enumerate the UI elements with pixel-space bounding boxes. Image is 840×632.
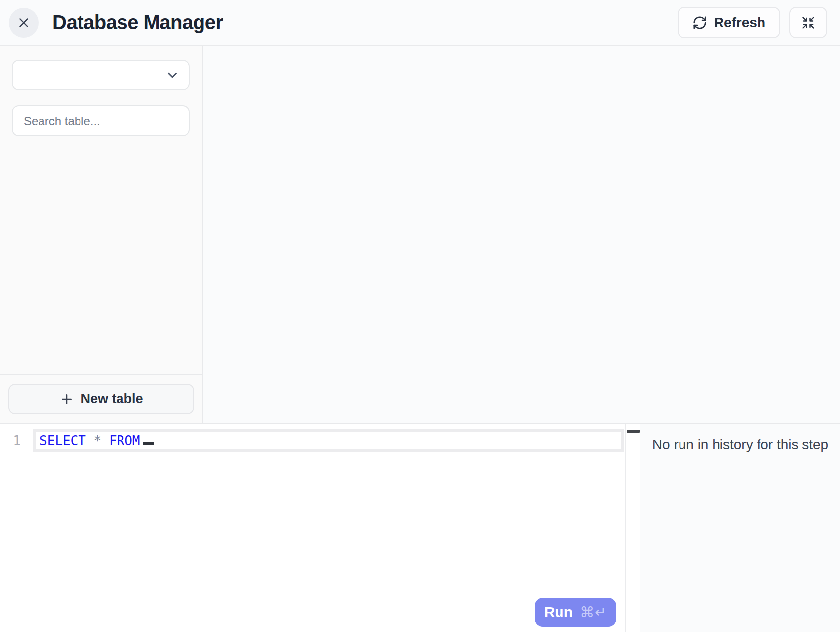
new-table-button[interactable]: New table — [8, 384, 194, 414]
refresh-label: Refresh — [714, 15, 765, 31]
sql-keyword-select: SELECT — [40, 433, 86, 448]
content-area: New table — [0, 46, 840, 423]
code-line[interactable]: SELECT * FROM — [33, 429, 624, 452]
text-cursor — [143, 442, 154, 445]
new-table-label: New table — [80, 391, 143, 407]
sql-editor[interactable]: 1 SELECT * FROM Run ⌘↵ — [0, 424, 640, 632]
table-list — [0, 136, 202, 374]
plus-icon — [59, 392, 74, 407]
close-button[interactable] — [9, 8, 39, 38]
command-key-icon: ⌘ — [580, 604, 595, 620]
sql-operator-star: * — [94, 433, 102, 448]
page-title: Database Manager — [52, 11, 223, 34]
search-input[interactable] — [12, 105, 190, 136]
refresh-icon — [692, 15, 707, 30]
close-icon — [17, 16, 30, 29]
chevron-down-icon — [165, 68, 180, 83]
results-panel: No run in history for this step — [640, 424, 840, 632]
editor-scrollbar-thumb[interactable] — [627, 430, 640, 433]
run-button[interactable]: Run ⌘↵ — [535, 598, 616, 627]
sidebar-footer: New table — [0, 374, 202, 423]
header-actions: Refresh — [678, 7, 827, 38]
editor-row: 1 SELECT * FROM Run ⌘↵ No run in history… — [0, 423, 840, 632]
empty-history-message: No run in history for this step — [640, 437, 840, 453]
table-select[interactable] — [12, 60, 190, 90]
run-shortcut: ⌘↵ — [580, 604, 607, 621]
sidebar: New table — [0, 46, 203, 423]
expand-button[interactable] — [789, 7, 827, 38]
sql-keyword-from: FROM — [109, 433, 140, 448]
expand-icon — [801, 16, 815, 30]
refresh-button[interactable]: Refresh — [678, 7, 780, 38]
editor-scrollbar-track — [625, 424, 640, 632]
main-canvas — [203, 46, 840, 423]
return-key-icon: ↵ — [595, 604, 607, 620]
run-label: Run — [544, 604, 573, 621]
line-number: 1 — [0, 429, 32, 452]
header: Database Manager Refresh — [0, 0, 840, 46]
database-manager-window: Database Manager Refresh — [0, 0, 840, 632]
